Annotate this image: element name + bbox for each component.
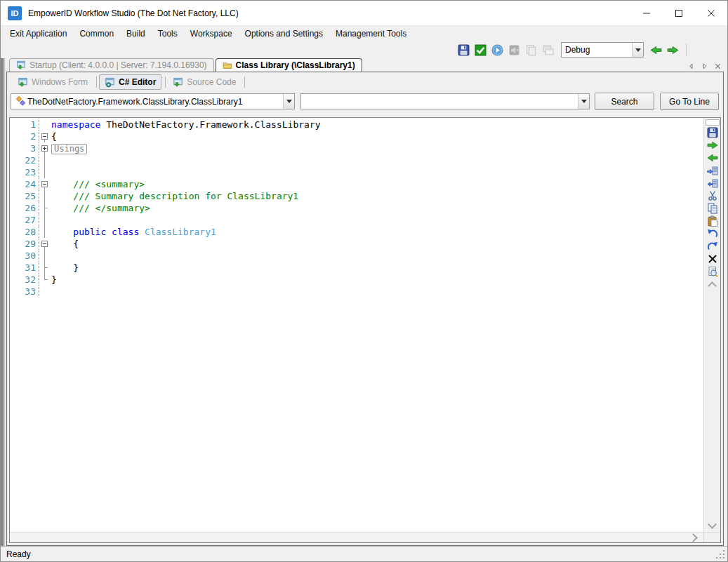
forward-icon[interactable] — [706, 139, 719, 151]
code-line[interactable]: 27 — [10, 214, 703, 226]
code-line[interactable]: 3Usings — [10, 142, 703, 154]
view-tab-windows-form[interactable]: Windows Form — [13, 74, 93, 90]
menu-item-tools[interactable]: Tools — [152, 26, 184, 41]
code-editor: 1namespace TheDotNetFactory.Framework.Cl… — [9, 117, 721, 543]
code-line[interactable]: 22 — [10, 154, 703, 166]
fold-marker[interactable] — [39, 214, 50, 226]
delete-icon[interactable] — [706, 253, 719, 265]
minimize-icon[interactable] — [630, 1, 663, 25]
tab-label: Source Code — [187, 77, 236, 87]
code-line[interactable]: 26 /// </summary> — [10, 202, 703, 214]
menu-item-options-and-settings[interactable]: Options and Settings — [239, 26, 329, 41]
code-line[interactable]: 23 — [10, 166, 703, 178]
code-text-area[interactable]: 1namespace TheDotNetFactory.Framework.Cl… — [10, 118, 703, 532]
fold-marker[interactable] — [39, 226, 50, 238]
status-text: Ready — [1, 549, 31, 559]
line-number: 25 — [10, 190, 39, 202]
code-line[interactable]: 30 — [10, 250, 703, 262]
scroll-down-icon[interactable] — [708, 520, 717, 529]
save-icon[interactable] — [457, 44, 470, 57]
save-icon[interactable] — [706, 126, 719, 138]
chevron-down-icon[interactable] — [578, 94, 589, 109]
menu-item-exit-application[interactable]: Exit Application — [4, 26, 73, 41]
code-line[interactable]: 25 /// Summary description for ClassLibr… — [10, 190, 703, 202]
navigate-forward-icon[interactable] — [666, 44, 680, 57]
search-combo[interactable] — [300, 93, 590, 109]
code-text: /// Summary description for ClassLibrary… — [50, 190, 298, 202]
symbol-combo[interactable]: TheDotNetFactory.Framework.ClassLibrary.… — [11, 93, 295, 109]
windows-copy-icon[interactable] — [524, 44, 538, 57]
menu-item-management-tools[interactable]: Management Tools — [329, 26, 413, 41]
view-tab-separator — [244, 76, 245, 88]
line-number: 3 — [10, 142, 39, 154]
code-line[interactable]: 29 { — [10, 238, 703, 250]
maximize-icon[interactable] — [663, 1, 695, 25]
navigate-back-icon[interactable] — [649, 44, 663, 57]
validate-icon[interactable] — [474, 44, 487, 57]
resize-grip-icon[interactable] — [723, 557, 724, 558]
menu-item-workspace[interactable]: Workspace — [184, 26, 239, 41]
line-number: 30 — [10, 250, 39, 262]
copy-icon[interactable] — [706, 202, 719, 214]
code-text: /// <summary> — [50, 178, 145, 190]
title-bar: ID EmpowerID Workflow Studio (The Dot Ne… — [1, 1, 727, 25]
code-text: } — [50, 274, 57, 286]
code-line[interactable]: 28 public class ClassLibrary1 — [10, 226, 703, 238]
paste-icon[interactable] — [706, 215, 719, 227]
search-button[interactable]: Search — [595, 93, 654, 110]
undo-icon[interactable] — [706, 227, 719, 239]
fold-marker[interactable] — [39, 131, 50, 142]
print-preview-icon[interactable] — [706, 265, 719, 277]
menu-item-common[interactable]: Common — [73, 26, 120, 41]
fold-marker[interactable] — [39, 190, 50, 202]
code-line[interactable]: 2{ — [10, 131, 703, 142]
horizontal-scrollbar[interactable] — [10, 532, 720, 542]
fold-marker[interactable] — [39, 166, 50, 178]
goto-usage-icon[interactable] — [706, 177, 719, 189]
document-tab-1[interactable]: Startup (Client: 4.0.0.0 | Server: 7.194… — [9, 58, 214, 72]
code-line[interactable]: 31 } — [10, 262, 703, 274]
fold-marker[interactable] — [39, 202, 50, 214]
back-icon[interactable] — [706, 152, 719, 163]
go-to-line-button[interactable]: Go To Line — [660, 93, 719, 110]
line-number: 22 — [10, 154, 39, 166]
fold-marker — [39, 286, 50, 297]
chevron-down-icon[interactable] — [283, 94, 294, 109]
cut-icon[interactable] — [706, 189, 719, 201]
run-icon[interactable] — [491, 44, 504, 57]
debug-configuration-combo[interactable]: Debug — [561, 42, 644, 58]
scrollbar-top-button[interactable] — [706, 119, 720, 126]
code-text — [50, 166, 51, 178]
search-input[interactable] — [301, 94, 578, 109]
code-line[interactable]: 24 /// <summary> — [10, 178, 703, 190]
fold-marker[interactable] — [39, 262, 50, 274]
code-line[interactable]: 32} — [10, 274, 703, 286]
view-tab-c-editor[interactable]: C# Editor — [99, 74, 161, 90]
toolbar-separator — [686, 44, 687, 56]
redo-icon[interactable] — [706, 240, 719, 252]
view-tab-separator — [96, 76, 97, 88]
fold-marker[interactable] — [39, 142, 50, 154]
status-bar: Ready — [1, 546, 727, 561]
dock-edge — [1, 58, 6, 547]
collapsed-region[interactable]: Usings — [51, 144, 87, 154]
close-icon[interactable] — [695, 1, 727, 25]
cascade-windows-icon[interactable] — [541, 44, 555, 57]
fold-marker[interactable] — [39, 154, 50, 166]
line-number: 32 — [10, 274, 39, 286]
fold-marker[interactable] — [39, 274, 50, 286]
tab-label: C# Editor — [119, 77, 156, 87]
chevron-down-icon[interactable] — [632, 43, 643, 57]
code-line[interactable]: 33 — [10, 286, 703, 297]
menu-item-build[interactable]: Build — [120, 26, 152, 41]
document-tab-2[interactable]: Class Library (\ClassLibrary1) — [216, 58, 362, 72]
scroll-right-icon[interactable] — [689, 533, 698, 542]
fold-marker[interactable] — [39, 238, 50, 250]
stop-debug-icon[interactable] — [508, 44, 521, 57]
view-tab-source-code[interactable]: Source Code — [168, 74, 241, 90]
code-line[interactable]: 1namespace TheDotNetFactory.Framework.Cl… — [10, 119, 703, 131]
fold-marker[interactable] — [39, 250, 50, 262]
scroll-up-icon[interactable] — [708, 281, 717, 290]
fold-marker[interactable] — [39, 178, 50, 190]
goto-definition-icon[interactable] — [706, 164, 719, 176]
